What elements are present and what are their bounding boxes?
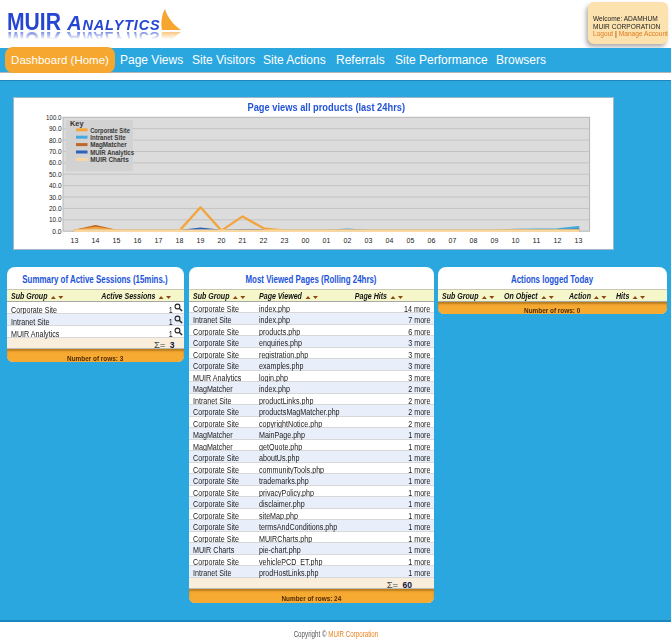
svg-text:20: 20 [218, 235, 226, 244]
svg-text:100.0: 100.0 [46, 112, 61, 121]
svg-text:01: 01 [323, 235, 331, 244]
svg-text:60.0: 60.0 [49, 158, 62, 167]
svg-text:80.0: 80.0 [49, 135, 62, 144]
svg-text:10.0: 10.0 [49, 215, 62, 224]
svg-text:20.0: 20.0 [49, 204, 62, 213]
svg-text:09: 09 [491, 235, 499, 244]
svg-text:90.0: 90.0 [49, 124, 62, 133]
svg-text:Key: Key [70, 119, 84, 128]
svg-text:13: 13 [71, 235, 79, 244]
svg-text:00: 00 [302, 235, 310, 244]
svg-text:21: 21 [239, 235, 247, 244]
svg-text:02: 02 [344, 235, 352, 244]
svg-text:08: 08 [470, 235, 478, 244]
svg-text:13: 13 [575, 235, 583, 244]
svg-text:06: 06 [428, 235, 436, 244]
svg-text:30.0: 30.0 [49, 192, 62, 201]
svg-text:03: 03 [365, 235, 373, 244]
svg-text:10: 10 [512, 235, 520, 244]
svg-text:04: 04 [386, 235, 394, 244]
svg-text:23: 23 [281, 235, 289, 244]
svg-text:70.0: 70.0 [49, 147, 62, 156]
svg-text:14: 14 [92, 235, 100, 244]
svg-text:0.0: 0.0 [52, 226, 61, 235]
svg-text:11: 11 [533, 235, 541, 244]
svg-text:MUIR Charts: MUIR Charts [90, 155, 129, 164]
svg-text:15: 15 [113, 235, 121, 244]
svg-text:18: 18 [176, 235, 184, 244]
svg-text:07: 07 [449, 235, 457, 244]
svg-text:16: 16 [134, 235, 142, 244]
svg-text:12: 12 [554, 235, 562, 244]
svg-text:50.0: 50.0 [49, 169, 62, 178]
svg-text:19: 19 [197, 235, 205, 244]
svg-text:05: 05 [407, 235, 415, 244]
svg-text:40.0: 40.0 [49, 181, 62, 190]
svg-text:17: 17 [155, 235, 163, 244]
svg-text:22: 22 [260, 235, 268, 244]
